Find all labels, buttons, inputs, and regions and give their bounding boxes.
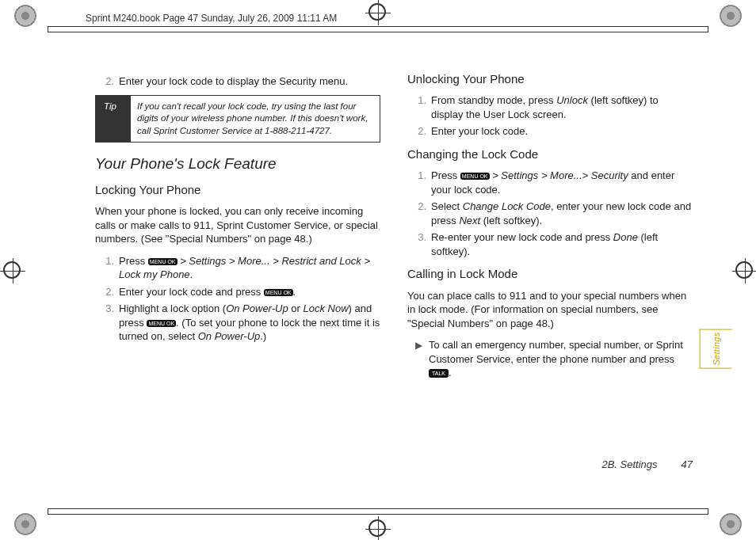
crop-line xyxy=(48,509,708,514)
option-text: Lock Now xyxy=(303,302,348,314)
text: .) xyxy=(260,330,266,342)
footer-page-number: 47 xyxy=(682,458,693,470)
text: From standby mode, press xyxy=(431,94,556,106)
left-column: 2. Enter your lock code to display the S… xyxy=(95,71,380,385)
crosshair-icon xyxy=(368,519,386,537)
option-text: On Power-Up xyxy=(198,330,261,342)
step-text: Re-enter your new lock code and press Do… xyxy=(431,230,693,258)
step-number: 3. xyxy=(415,230,426,258)
registration-mark-icon xyxy=(14,5,36,27)
step-item: 3. Highlight a lock option (On Power-Up … xyxy=(103,302,380,344)
step-number: 2. xyxy=(103,285,114,299)
text: Press xyxy=(431,169,460,181)
step-item: 1. Press MENU OK > Settings > More...> S… xyxy=(415,169,693,196)
text: Enter your lock code and press xyxy=(119,286,264,298)
crosshair-icon xyxy=(368,3,386,21)
sub-heading: Unlocking Your Phone xyxy=(407,71,693,87)
step-text: Enter your lock code to display the Secu… xyxy=(119,74,380,89)
crop-line xyxy=(48,514,708,515)
registration-mark-icon xyxy=(720,513,742,535)
step-item: 2. Select Change Lock Code, enter your n… xyxy=(415,200,693,227)
step-item: 2. Enter your lock code to display the S… xyxy=(103,74,380,89)
text: Select xyxy=(431,200,463,212)
step-item: 2. Enter your lock code and press MENU O… xyxy=(103,285,380,299)
text: Re-enter your new lock code and press xyxy=(431,231,613,243)
step-text: Highlight a lock option (On Power-Up or … xyxy=(119,302,380,344)
step-number: 1. xyxy=(415,93,426,121)
step-text: Select Change Lock Code, enter your new … xyxy=(431,200,693,227)
text: To call an emergency number, special num… xyxy=(429,339,683,365)
section-heading: Your Phone's Lock Feature xyxy=(95,154,380,174)
step-text: To call an emergency number, special num… xyxy=(429,338,693,380)
text: . xyxy=(449,367,452,378)
text: Press xyxy=(119,255,148,267)
bullet-item: ▶ To call an emergency number, special n… xyxy=(415,338,693,380)
triangle-bullet-icon: ▶ xyxy=(415,338,422,380)
step-number: 1. xyxy=(415,169,426,196)
step-number: 2. xyxy=(415,124,426,139)
menu-path: > Settings > More...> Security xyxy=(490,169,628,181)
step-text: Press MENU OK > Settings > More...> Secu… xyxy=(431,169,693,196)
page-footer: 2B. Settings 47 xyxy=(601,458,693,470)
crosshair-icon xyxy=(735,261,753,279)
menu-ok-key-icon: MENU OK xyxy=(147,320,176,327)
step-text: Enter your lock code and press MENU OK. xyxy=(119,285,380,299)
text: or xyxy=(288,302,304,314)
footer-section: 2B. Settings xyxy=(601,458,657,470)
body-paragraph: When your phone is locked, you can only … xyxy=(95,204,380,246)
tip-text: If you can't recall your lock code, try … xyxy=(131,96,380,143)
menu-ok-key-icon: MENU OK xyxy=(460,173,490,180)
menu-ok-key-icon: MENU OK xyxy=(148,258,178,265)
text: Highlight a lock option ( xyxy=(119,302,226,314)
step-number: 3. xyxy=(103,302,114,344)
step-item: 1. Press MENU OK > Settings > More... > … xyxy=(103,254,380,282)
registration-mark-icon xyxy=(14,513,36,535)
menu-ok-key-icon: MENU OK xyxy=(264,289,293,296)
text: (left softkey). xyxy=(480,215,542,226)
sub-heading: Changing the Lock Code xyxy=(407,146,693,162)
softkey-label: Done xyxy=(613,231,638,243)
step-text: Enter your lock code. xyxy=(431,124,693,139)
page-header: Sprint M240.book Page 47 Sunday, July 26… xyxy=(86,10,337,27)
crop-line xyxy=(48,27,708,32)
tip-callout: Tip If you can't recall your lock code, … xyxy=(95,95,380,143)
step-item: 3. Re-enter your new lock code and press… xyxy=(415,230,693,258)
body-paragraph: You can place calls to 911 and to your s… xyxy=(407,289,693,331)
softkey-label: Unlock xyxy=(556,94,588,106)
option-text: On Power-Up xyxy=(226,302,288,314)
step-number: 1. xyxy=(103,254,114,282)
step-item: 1. From standby mode, press Unlock (left… xyxy=(415,93,693,121)
tip-label: Tip xyxy=(96,96,131,143)
sub-heading: Calling in Lock Mode xyxy=(407,266,693,282)
step-number: 2. xyxy=(415,200,426,227)
step-text: Press MENU OK > Settings > More... > Res… xyxy=(119,254,380,282)
sub-heading: Locking Your Phone xyxy=(95,182,380,198)
talk-key-icon: TALK xyxy=(429,369,449,378)
side-tab-label: Settings xyxy=(699,329,731,368)
step-text: From standby mode, press Unlock (left so… xyxy=(431,93,693,121)
text: . xyxy=(190,268,193,280)
right-column: Unlocking Your Phone 1. From standby mod… xyxy=(407,71,693,385)
softkey-label: Next xyxy=(459,215,480,226)
crop-line xyxy=(48,32,708,32)
text: . xyxy=(293,286,296,298)
registration-mark-icon xyxy=(720,5,742,27)
option-text: Change Lock Code xyxy=(463,200,551,212)
step-item: 2. Enter your lock code. xyxy=(415,124,693,139)
crosshair-icon xyxy=(3,261,21,279)
step-number: 2. xyxy=(103,74,114,89)
